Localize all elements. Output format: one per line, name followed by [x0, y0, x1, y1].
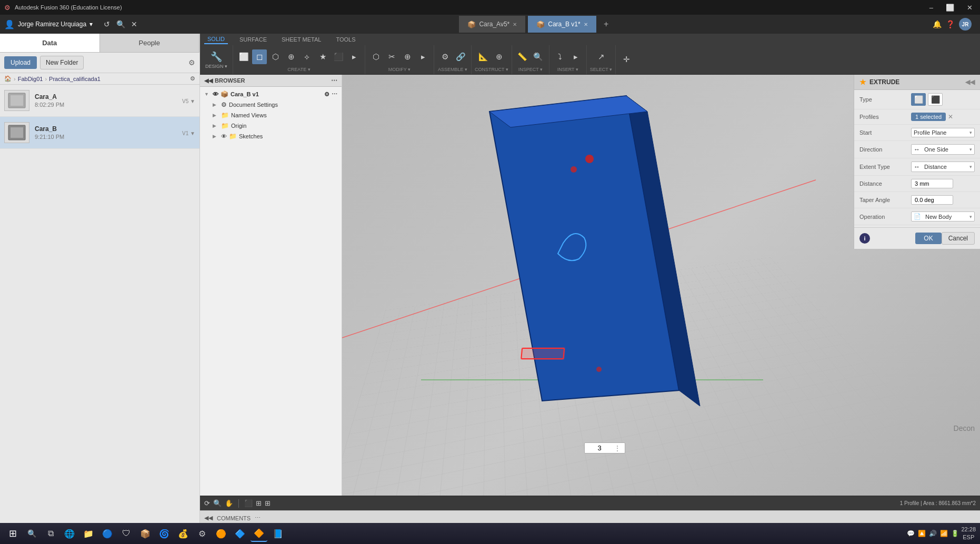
comments-options[interactable]: ⋯ [255, 515, 261, 521]
taskbar-edge-icon[interactable]: 🔵 [99, 525, 116, 542]
tab-people[interactable]: People [100, 34, 200, 52]
direction-dropdown[interactable]: ↔ One Side ▾ [911, 144, 975, 155]
create-sweep[interactable]: ⊕ [284, 49, 298, 64]
create-extrude[interactable]: ◻ [252, 49, 267, 64]
taskbar-dropbox-icon[interactable]: 🌀 [156, 525, 173, 542]
browser-options[interactable]: ⋯ [331, 77, 337, 84]
operation-dropdown[interactable]: 📄 New Body ▾ [911, 211, 975, 221]
file-item-cara-a[interactable]: Cara_A 8:02:29 PM V5 ▼ [0, 85, 199, 117]
display-options[interactable]: ⊞ [256, 499, 262, 507]
view-options[interactable]: ⬛ [244, 499, 253, 507]
move-tool[interactable]: ✛ [619, 52, 634, 67]
mode-tools[interactable]: TOOLS [333, 35, 358, 44]
tab-cara-bv1[interactable]: 📦 Cara_B v1* ✕ [528, 16, 596, 33]
start-button[interactable]: ⊞ [4, 525, 21, 542]
construct-offset-plane[interactable]: 📐 [476, 49, 491, 64]
upload-button[interactable]: Upload [4, 56, 37, 69]
taskbar-browser-icon[interactable]: 🌐 [61, 525, 78, 542]
mode-sheet-metal[interactable]: SHEET METAL [278, 35, 324, 44]
minimize-button[interactable]: – [926, 4, 936, 12]
taskbar-dollar-icon[interactable]: 💰 [175, 525, 192, 542]
insert-insert[interactable]: ⤵ [553, 49, 567, 64]
type-extrude-button[interactable]: ⬜ [911, 93, 926, 106]
extent-dropdown[interactable]: ↔ Distance ▾ [911, 162, 975, 172]
close-button[interactable]: ✕ [964, 4, 976, 12]
file-item-cara-b[interactable]: Cara_B 9:21:10 PM V1 ▼ [0, 117, 199, 149]
dimension-input-box[interactable]: ⋮ [584, 442, 625, 454]
info-icon[interactable]: i [859, 233, 870, 244]
taskbar-explorer-icon[interactable]: 📁 [80, 525, 97, 542]
pan-icon[interactable]: ✋ [225, 499, 233, 507]
battery-icon[interactable]: 🔋 [951, 530, 959, 537]
taskbar-chrome-icon[interactable]: 🟠 [213, 525, 229, 542]
user-section[interactable]: 👤 Jorge Ramirez Urquiaga ▾ [4, 19, 93, 29]
cancel-button[interactable]: Cancel [942, 232, 975, 245]
wifi-icon[interactable]: 📶 [940, 530, 948, 537]
grid-options[interactable]: ⊞ [265, 499, 271, 507]
construct-more[interactable]: ⊕ [492, 49, 507, 64]
breadcrumb-fabdig01[interactable]: FabDig01 [18, 76, 43, 82]
settings-icon[interactable]: ⚙ [188, 58, 195, 67]
breadcrumb-home[interactable]: 🏠 [4, 75, 12, 82]
create-loft[interactable]: ⟡ [299, 49, 314, 64]
assemble-joint[interactable]: 🔗 [453, 49, 468, 64]
mode-surface[interactable]: SURFACE [236, 35, 270, 44]
notifications-icon[interactable]: 🔔 [933, 20, 942, 28]
start-dropdown[interactable]: Profile Plane ▾ [911, 128, 975, 137]
select-tool[interactable]: ↗ [594, 49, 608, 64]
chevron-up-icon[interactable]: 🔼 [918, 530, 926, 537]
create-more[interactable]: ▸ [347, 49, 362, 64]
dim-options[interactable]: ⋮ [614, 445, 621, 452]
breadcrumb-practica[interactable]: Practica_calificada1 [49, 76, 101, 82]
modify-chamfer[interactable]: ✂ [384, 49, 399, 64]
tree-item-doc-settings[interactable]: ▶ ⚙ Document Settings [200, 99, 342, 110]
inspect-more[interactable]: 🔍 [531, 49, 546, 64]
taskbar-task-view[interactable]: ⧉ [42, 525, 59, 542]
tab-cara-av5[interactable]: 📦 Cara_Av5* ✕ [459, 16, 526, 33]
create-web[interactable]: ⬛ [331, 49, 346, 64]
help-icon[interactable]: ❓ [946, 20, 955, 28]
tree-eye-sketches[interactable]: 👁 [221, 133, 227, 139]
comments-collapse[interactable]: ◀◀ [204, 515, 213, 521]
tab-close-cara-bv1[interactable]: ✕ [584, 22, 588, 27]
new-folder-button[interactable]: New Folder [40, 56, 84, 69]
file-version-cara-a[interactable]: V5 ▼ [182, 98, 195, 104]
assemble-new-component[interactable]: ⚙ [437, 49, 452, 64]
inspect-measure[interactable]: 📏 [515, 49, 530, 64]
taskbar-box-icon[interactable]: 📦 [137, 525, 154, 542]
taskbar-search-button[interactable]: 🔍 [23, 525, 40, 542]
tab-data[interactable]: Data [0, 34, 100, 52]
avatar[interactable]: JR [959, 18, 972, 31]
file-version-cara-b[interactable]: V1 ▼ [182, 130, 195, 136]
zoom-icon[interactable]: 🔍 [213, 499, 222, 507]
create-new-sketch[interactable]: ⬜ [236, 49, 251, 64]
insert-more[interactable]: ▸ [568, 49, 583, 64]
taskbar-settings-icon[interactable]: ⚙ [194, 525, 211, 542]
taskbar-fusion-icon[interactable]: 🔶 [251, 525, 267, 542]
extrude-collapse[interactable]: ◀◀ [965, 78, 975, 86]
3d-model[interactable] [447, 90, 711, 406]
breadcrumb-settings[interactable]: ⚙ [190, 75, 195, 82]
create-rib[interactable]: ★ [315, 49, 330, 64]
search-button[interactable]: 🔍 [115, 18, 126, 30]
taskbar-word-icon[interactable]: 📘 [269, 525, 286, 542]
taskbar-teams-icon[interactable]: 🔷 [232, 525, 248, 542]
modify-shell[interactable]: ⊕ [400, 49, 415, 64]
orbit-icon[interactable]: ⟳ [204, 499, 210, 507]
mode-solid[interactable]: SOLID [204, 35, 228, 44]
refresh-button[interactable]: ↺ [101, 18, 113, 30]
distance-input[interactable] [911, 179, 953, 188]
taskbar-time[interactable]: 22:28 ESP [961, 526, 976, 542]
ok-button[interactable]: OK [915, 233, 941, 244]
modify-fillet[interactable]: ⬡ [368, 49, 383, 64]
browser-collapse-left[interactable]: ◀◀ [204, 77, 213, 84]
tree-item-sketches[interactable]: ▶ 👁 📁 Sketches [200, 131, 342, 142]
tree-item-named-views[interactable]: ▶ 📁 Named Views [200, 110, 342, 120]
tab-close-cara-av5[interactable]: ✕ [513, 22, 517, 27]
tree-settings-root[interactable]: ⚙ [324, 91, 329, 98]
create-revolve[interactable]: ⬡ [268, 49, 283, 64]
tree-item-root[interactable]: ▼ 👁 📦 Cara_B v1 ⚙ ⋯ [200, 89, 342, 99]
restore-button[interactable]: ⬜ [943, 4, 957, 12]
dimension-input[interactable] [589, 444, 610, 452]
design-menu-button[interactable]: 🔧 DESIGN ▾ [200, 45, 233, 74]
